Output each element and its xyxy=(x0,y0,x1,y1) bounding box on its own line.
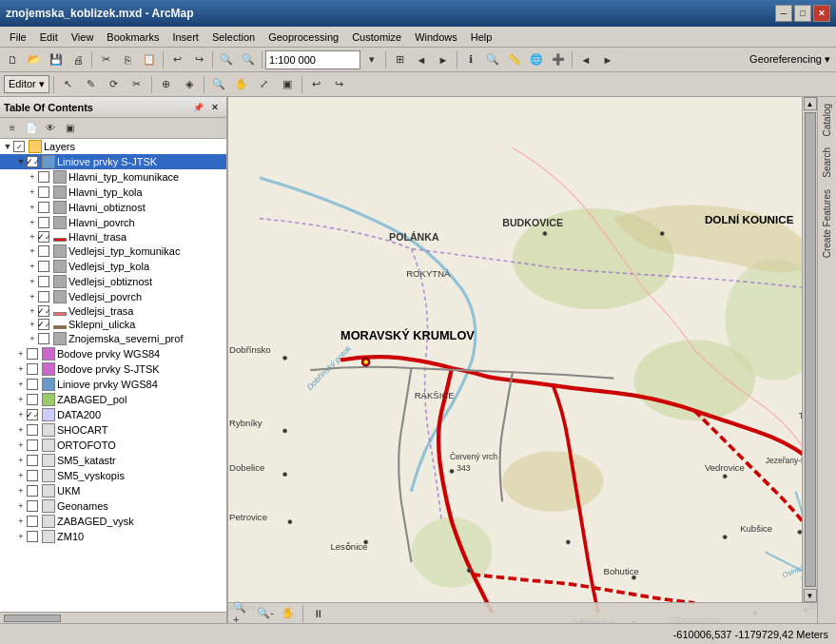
layer-shocart[interactable]: + SHOCART xyxy=(0,422,226,438)
vedlejsi-povrch-cb[interactable] xyxy=(38,291,49,302)
layer-sm5-vyskopis[interactable]: + SM5_vyskopis xyxy=(0,468,226,483)
scroll-thumb[interactable] xyxy=(805,112,816,587)
new-button[interactable]: 🗋 xyxy=(2,49,23,70)
maximize-button[interactable]: □ xyxy=(794,5,811,22)
layer-hlavni-typ-kola[interactable]: + Hlavni_typ_kola xyxy=(0,185,226,200)
topology-button[interactable]: ◈ xyxy=(179,74,200,95)
shocart-cb[interactable] xyxy=(27,424,38,436)
sklepni-ulicka-cb[interactable]: ✓ xyxy=(38,319,49,330)
snapping-button[interactable]: ⊕ xyxy=(156,74,177,95)
save-button[interactable]: 💾 xyxy=(46,49,67,70)
menu-help[interactable]: Help xyxy=(465,29,498,45)
open-button[interactable]: 📂 xyxy=(24,49,45,70)
hlavni-povrch-cb[interactable] xyxy=(38,217,49,228)
menu-geoprocessing[interactable]: Geoprocessing xyxy=(262,29,344,45)
sm5-vyskopis-cb[interactable] xyxy=(27,470,38,481)
reshape-tool[interactable]: ⟳ xyxy=(104,74,125,95)
zabaged-pol-cb[interactable] xyxy=(27,394,38,405)
vedlejsi-trasa-cb[interactable]: ✓ xyxy=(38,305,49,317)
menu-edit[interactable]: Edit xyxy=(34,29,64,45)
vedlejsi-typ-kola-cb[interactable] xyxy=(38,261,49,272)
bodove-jtsk-cb[interactable] xyxy=(27,363,38,375)
menu-windows[interactable]: Windows xyxy=(409,29,463,45)
toc-hscroll[interactable] xyxy=(0,612,226,623)
vedlejsi-typ-kom-cb[interactable] xyxy=(38,245,49,257)
pan-map-btn[interactable]: ✋ xyxy=(231,74,252,95)
search-tab[interactable]: Search xyxy=(819,143,835,183)
hlavni-obtiznost-cb[interactable] xyxy=(38,202,49,213)
map-vscrollbar[interactable]: ▲ ▼ xyxy=(802,97,817,602)
map-pause-btn[interactable]: ⏸ xyxy=(307,603,328,624)
globe-button[interactable]: 🌐 xyxy=(526,49,547,70)
zoom-sel-btn[interactable]: ▣ xyxy=(277,74,298,95)
create-features-tab[interactable]: Create Features xyxy=(819,185,835,263)
list-by-drawing-order[interactable]: ≡ xyxy=(4,120,21,137)
layer-znojemska-prof[interactable]: + Znojemska_severni_prof xyxy=(0,331,226,346)
menu-bookmarks[interactable]: Bookmarks xyxy=(101,29,165,45)
undo-ed-btn[interactable]: ↩ xyxy=(306,74,327,95)
layer-sklepni-ulicka[interactable]: + ✓ Sklepni_ulicka xyxy=(0,318,226,331)
hlavni-typ-kom-cb[interactable] xyxy=(38,171,49,183)
scroll-down-btn[interactable]: ▼ xyxy=(804,589,817,602)
back-button[interactable]: ◄ xyxy=(575,49,596,70)
layer-vedlejsi-obtiznost[interactable]: + Vedlejsi_obtiznost xyxy=(0,274,226,289)
editor-dropdown[interactable]: Editor ▾ xyxy=(4,75,49,93)
undo-button[interactable]: ↩ xyxy=(166,49,187,70)
layer-liniove-jtsk[interactable]: ▼ ✓ Liniove prvky S-JTSK xyxy=(0,154,226,169)
list-by-source[interactable]: 📄 xyxy=(23,120,40,137)
zoom-full-btn[interactable]: ⤢ xyxy=(254,74,275,95)
list-by-selection[interactable]: ▣ xyxy=(61,120,78,137)
ortofoto-cb[interactable] xyxy=(27,439,38,451)
layer-ortofoto[interactable]: + ORTOFOTO xyxy=(0,438,226,453)
layer-hlavni-povrch[interactable]: + Hlavni_povrch xyxy=(0,215,226,230)
menu-selection[interactable]: Selection xyxy=(206,29,261,45)
layer-hlavni-obtiznost[interactable]: + Hlavni_obtiznost xyxy=(0,200,226,215)
toc-content[interactable]: ▼ Layers ▼ ✓ Liniove prvky S-JTSK + Hl xyxy=(0,139,226,612)
menu-file[interactable]: File xyxy=(4,29,32,45)
layer-data200[interactable]: + ✓ DATA200 xyxy=(0,407,226,422)
toc-dock-button[interactable]: 📌 xyxy=(190,100,205,115)
add-data-button[interactable]: ➕ xyxy=(548,49,569,70)
hlavni-trasa-cb[interactable]: ✓ xyxy=(38,231,49,243)
toc-close-button[interactable]: ✕ xyxy=(207,100,223,115)
edit-vertices-tool[interactable]: ✎ xyxy=(81,74,102,95)
data200-cb[interactable]: ✓ xyxy=(27,409,38,420)
layer-hlavni-typ-kom[interactable]: + Hlavni_typ_komunikace xyxy=(0,169,226,185)
layer-ukm[interactable]: + UKM xyxy=(0,483,226,498)
layer-zm10[interactable]: + ZM10 xyxy=(0,529,226,544)
measure-button[interactable]: 📏 xyxy=(504,49,525,70)
layer-vedlejsi-typ-kom[interactable]: + Vedlejsi_typ_komunikac xyxy=(0,244,226,259)
zabaged-vysk-cb[interactable] xyxy=(27,516,38,527)
forward-button[interactable]: ► xyxy=(597,49,618,70)
ukm-cb[interactable] xyxy=(27,485,38,497)
map-pan-btn[interactable]: ✋ xyxy=(278,603,299,624)
menu-insert[interactable]: Insert xyxy=(166,29,204,45)
layer-geonames[interactable]: + Geonames xyxy=(0,498,226,514)
layers-checkbox[interactable] xyxy=(13,141,25,152)
georeferencing-label[interactable]: Georeferencing ▾ xyxy=(746,53,834,66)
split-tool[interactable]: ✂ xyxy=(126,74,147,95)
layer-sm5-katastr[interactable]: + SM5_katastr xyxy=(0,453,226,468)
menu-customize[interactable]: Customize xyxy=(346,29,407,45)
scroll-up-btn[interactable]: ▲ xyxy=(804,97,817,110)
hlavni-typ-kola-cb[interactable] xyxy=(38,186,49,198)
minimize-button[interactable]: ─ xyxy=(775,5,792,22)
scale-input[interactable] xyxy=(265,50,360,69)
layer-bodove-wgs84[interactable]: + Bodove prvky WGS84 xyxy=(0,346,226,361)
liniove-wgs84-cb[interactable] xyxy=(27,379,38,390)
layer-vedlejsi-typ-kola[interactable]: + Vedlejsi_typ_kola xyxy=(0,259,226,274)
layers-group-header[interactable]: ▼ Layers xyxy=(0,139,226,154)
menu-view[interactable]: View xyxy=(66,29,100,45)
layer-zabaged-pol[interactable]: + ZABAGED_pol xyxy=(0,392,226,407)
layer-hlavni-trasa[interactable]: + ✓ Hlavni_trasa xyxy=(0,230,226,244)
redo-button[interactable]: ↪ xyxy=(188,49,209,70)
map-area[interactable]: Dobřínský potok xyxy=(228,97,817,623)
list-by-visibility[interactable]: 👁 xyxy=(42,120,59,137)
map-zoom-out-btn[interactable]: 🔍- xyxy=(255,603,276,624)
close-button[interactable]: ✕ xyxy=(813,5,830,22)
znojemska-prof-cb[interactable] xyxy=(38,333,49,344)
liniove-checkbox[interactable]: ✓ xyxy=(27,156,38,167)
paste-button[interactable]: 📋 xyxy=(139,49,160,70)
map-zoom-in-btn[interactable]: 🔍+ xyxy=(232,603,253,624)
cut-button[interactable]: ✂ xyxy=(95,49,116,70)
